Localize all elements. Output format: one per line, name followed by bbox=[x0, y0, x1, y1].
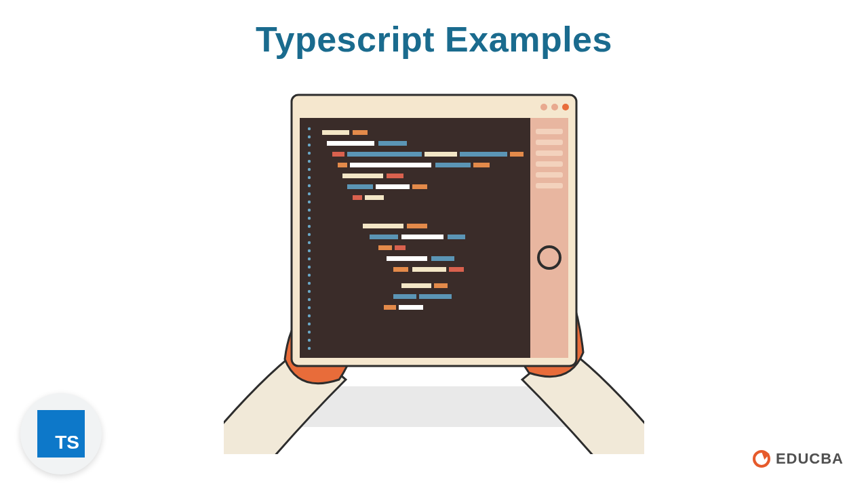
window-dot-3 bbox=[562, 104, 569, 110]
svg-rect-55 bbox=[387, 256, 427, 261]
svg-point-4 bbox=[308, 160, 311, 163]
svg-point-5 bbox=[308, 168, 311, 171]
side-line bbox=[536, 150, 563, 156]
svg-rect-43 bbox=[347, 184, 373, 189]
svg-rect-40 bbox=[473, 163, 490, 167]
svg-rect-32 bbox=[332, 152, 344, 157]
svg-point-18 bbox=[308, 274, 311, 277]
svg-rect-56 bbox=[431, 256, 454, 261]
svg-point-11 bbox=[308, 217, 311, 220]
svg-point-17 bbox=[308, 266, 311, 268]
svg-point-15 bbox=[308, 249, 311, 252]
svg-point-1 bbox=[308, 136, 311, 138]
svg-rect-58 bbox=[412, 267, 446, 272]
svg-point-6 bbox=[308, 176, 311, 179]
svg-rect-59 bbox=[449, 267, 464, 272]
svg-point-2 bbox=[308, 144, 311, 146]
svg-rect-52 bbox=[448, 235, 465, 239]
side-line bbox=[536, 183, 563, 188]
side-line bbox=[536, 140, 563, 145]
svg-rect-46 bbox=[353, 195, 362, 200]
svg-rect-57 bbox=[393, 267, 408, 272]
illustration bbox=[224, 88, 644, 454]
svg-point-19 bbox=[308, 282, 311, 285]
svg-rect-51 bbox=[401, 235, 443, 239]
svg-rect-37 bbox=[338, 163, 347, 167]
svg-rect-44 bbox=[376, 184, 410, 189]
svg-rect-35 bbox=[460, 152, 507, 157]
svg-rect-65 bbox=[399, 305, 423, 310]
svg-point-13 bbox=[308, 233, 311, 236]
svg-point-12 bbox=[308, 225, 311, 228]
svg-rect-39 bbox=[435, 163, 471, 167]
svg-rect-33 bbox=[347, 152, 422, 157]
svg-point-24 bbox=[308, 323, 311, 325]
svg-rect-47 bbox=[365, 195, 384, 200]
ts-logo-text: TS bbox=[55, 432, 79, 453]
ts-logo-tile: TS bbox=[37, 410, 85, 458]
window-dot-2 bbox=[551, 104, 558, 110]
svg-rect-54 bbox=[395, 245, 406, 250]
svg-rect-31 bbox=[378, 141, 407, 146]
svg-point-9 bbox=[308, 201, 311, 203]
svg-rect-50 bbox=[370, 235, 398, 239]
svg-point-14 bbox=[308, 241, 311, 244]
page-title: Typescript Examples bbox=[0, 19, 868, 60]
svg-rect-38 bbox=[350, 163, 431, 167]
side-line bbox=[536, 172, 563, 178]
side-line bbox=[536, 129, 563, 134]
svg-rect-62 bbox=[393, 294, 416, 299]
svg-rect-41 bbox=[342, 174, 383, 178]
tablet-illustration bbox=[224, 88, 644, 454]
svg-rect-45 bbox=[412, 184, 427, 189]
svg-rect-34 bbox=[425, 152, 457, 157]
brand-logo: EDUCBA bbox=[753, 450, 844, 468]
svg-rect-53 bbox=[378, 245, 392, 250]
svg-rect-36 bbox=[510, 152, 524, 157]
svg-point-25 bbox=[308, 331, 311, 333]
svg-point-8 bbox=[308, 192, 311, 195]
svg-rect-63 bbox=[419, 294, 452, 299]
ts-badge: TS bbox=[20, 393, 102, 474]
svg-point-22 bbox=[308, 306, 311, 309]
svg-point-7 bbox=[308, 184, 311, 187]
svg-point-10 bbox=[308, 209, 311, 211]
svg-point-23 bbox=[308, 314, 311, 317]
brand-text: EDUCBA bbox=[776, 450, 844, 468]
svg-point-21 bbox=[308, 298, 311, 301]
svg-point-20 bbox=[308, 290, 311, 293]
svg-rect-64 bbox=[384, 305, 396, 310]
svg-point-26 bbox=[308, 339, 311, 342]
svg-rect-29 bbox=[353, 130, 368, 135]
brand-mark-icon bbox=[753, 450, 770, 468]
window-dot-1 bbox=[540, 104, 547, 110]
svg-point-3 bbox=[308, 152, 311, 155]
svg-rect-60 bbox=[401, 283, 431, 288]
svg-rect-42 bbox=[387, 174, 403, 178]
svg-point-27 bbox=[308, 347, 311, 350]
svg-rect-48 bbox=[363, 224, 403, 228]
svg-rect-30 bbox=[327, 141, 374, 146]
svg-point-0 bbox=[308, 127, 311, 130]
svg-rect-61 bbox=[434, 283, 448, 288]
side-line bbox=[536, 161, 563, 167]
svg-rect-49 bbox=[407, 224, 427, 228]
svg-point-16 bbox=[308, 258, 311, 260]
svg-rect-28 bbox=[322, 130, 349, 135]
